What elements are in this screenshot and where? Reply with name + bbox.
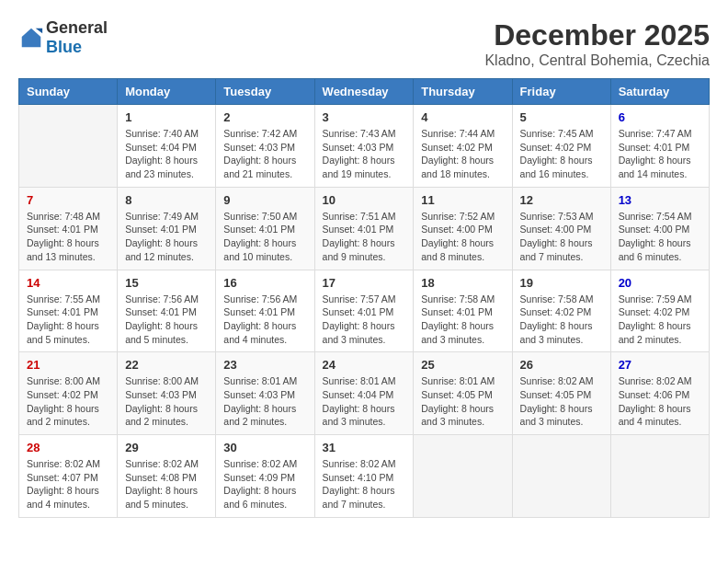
- calendar-cell: 11Sunrise: 7:52 AM Sunset: 4:00 PM Dayli…: [414, 187, 512, 270]
- day-info: Sunrise: 7:43 AM Sunset: 4:03 PM Dayligh…: [323, 127, 406, 181]
- day-number: 4: [421, 110, 504, 124]
- day-info: Sunrise: 7:52 AM Sunset: 4:00 PM Dayligh…: [421, 210, 504, 264]
- calendar-cell: 18Sunrise: 7:58 AM Sunset: 4:01 PM Dayli…: [414, 270, 512, 352]
- calendar-cell: 7Sunrise: 7:48 AM Sunset: 4:01 PM Daylig…: [19, 187, 118, 270]
- day-number: 16: [223, 276, 306, 290]
- calendar-cell: 20Sunrise: 7:59 AM Sunset: 4:02 PM Dayli…: [610, 270, 709, 352]
- day-info: Sunrise: 8:00 AM Sunset: 4:02 PM Dayligh…: [27, 374, 109, 429]
- day-number: 22: [125, 358, 208, 372]
- calendar-cell: [512, 435, 610, 518]
- day-number: 6: [619, 110, 701, 124]
- day-info: Sunrise: 8:01 AM Sunset: 4:04 PM Dayligh…: [323, 374, 406, 429]
- calendar-table: SundayMondayTuesdayWednesdayThursdayFrid…: [18, 78, 710, 518]
- calendar-week-4: 21Sunrise: 8:00 AM Sunset: 4:02 PM Dayli…: [19, 352, 710, 435]
- calendar-cell: 26Sunrise: 8:02 AM Sunset: 4:05 PM Dayli…: [512, 352, 610, 435]
- day-info: Sunrise: 8:00 AM Sunset: 4:03 PM Dayligh…: [125, 374, 208, 429]
- calendar-subtitle: Kladno, Central Bohemia, Czechia: [484, 52, 710, 69]
- calendar-week-1: 1Sunrise: 7:40 AM Sunset: 4:04 PM Daylig…: [19, 105, 710, 188]
- day-info: Sunrise: 7:54 AM Sunset: 4:00 PM Dayligh…: [619, 210, 701, 264]
- calendar-cell: 8Sunrise: 7:49 AM Sunset: 4:01 PM Daylig…: [118, 187, 216, 270]
- day-number: 25: [421, 358, 504, 372]
- day-info: Sunrise: 8:02 AM Sunset: 4:08 PM Dayligh…: [125, 457, 208, 511]
- calendar-cell: 6Sunrise: 7:47 AM Sunset: 4:01 PM Daylig…: [610, 105, 709, 188]
- calendar-cell: 21Sunrise: 8:00 AM Sunset: 4:02 PM Dayli…: [19, 352, 118, 435]
- day-number: 2: [223, 110, 306, 124]
- day-info: Sunrise: 7:57 AM Sunset: 4:01 PM Dayligh…: [323, 293, 406, 347]
- calendar-cell: [19, 105, 118, 188]
- day-info: Sunrise: 8:02 AM Sunset: 4:09 PM Dayligh…: [223, 457, 306, 511]
- calendar-cell: 5Sunrise: 7:45 AM Sunset: 4:02 PM Daylig…: [512, 105, 610, 188]
- calendar-cell: 16Sunrise: 7:56 AM Sunset: 4:01 PM Dayli…: [216, 270, 314, 352]
- day-info: Sunrise: 7:44 AM Sunset: 4:02 PM Dayligh…: [421, 127, 504, 181]
- day-number: 26: [520, 358, 603, 372]
- day-number: 15: [125, 276, 208, 290]
- calendar-week-5: 28Sunrise: 8:02 AM Sunset: 4:07 PM Dayli…: [19, 435, 710, 518]
- day-number: 9: [223, 193, 306, 207]
- calendar-cell: 10Sunrise: 7:51 AM Sunset: 4:01 PM Dayli…: [314, 187, 414, 270]
- title-block: December 2025 Kladno, Central Bohemia, C…: [484, 18, 710, 69]
- day-info: Sunrise: 7:42 AM Sunset: 4:03 PM Dayligh…: [223, 127, 306, 181]
- day-info: Sunrise: 7:49 AM Sunset: 4:01 PM Dayligh…: [125, 210, 208, 264]
- logo-blue-text: Blue: [46, 38, 82, 56]
- calendar-cell: 2Sunrise: 7:42 AM Sunset: 4:03 PM Daylig…: [216, 105, 314, 188]
- day-number: 28: [27, 441, 109, 454]
- day-info: Sunrise: 8:02 AM Sunset: 4:06 PM Dayligh…: [619, 374, 701, 429]
- day-number: 19: [520, 276, 603, 290]
- day-number: 7: [27, 193, 109, 207]
- day-number: 17: [323, 276, 406, 290]
- day-number: 3: [323, 110, 406, 124]
- day-number: 20: [619, 276, 701, 290]
- calendar-week-3: 14Sunrise: 7:55 AM Sunset: 4:01 PM Dayli…: [19, 270, 710, 352]
- day-number: 11: [421, 193, 504, 207]
- calendar-cell: [610, 435, 709, 518]
- calendar-cell: 14Sunrise: 7:55 AM Sunset: 4:01 PM Dayli…: [19, 270, 118, 352]
- calendar-cell: 4Sunrise: 7:44 AM Sunset: 4:02 PM Daylig…: [414, 105, 512, 188]
- page-header: General Blue December 2025 Kladno, Centr…: [18, 18, 710, 69]
- day-info: Sunrise: 8:01 AM Sunset: 4:05 PM Dayligh…: [421, 374, 504, 429]
- calendar-week-2: 7Sunrise: 7:48 AM Sunset: 4:01 PM Daylig…: [19, 187, 710, 270]
- day-info: Sunrise: 7:58 AM Sunset: 4:01 PM Dayligh…: [421, 293, 504, 347]
- day-header-saturday: Saturday: [610, 79, 709, 105]
- day-header-tuesday: Tuesday: [216, 79, 314, 105]
- day-info: Sunrise: 7:58 AM Sunset: 4:02 PM Dayligh…: [520, 293, 603, 347]
- calendar-cell: 3Sunrise: 7:43 AM Sunset: 4:03 PM Daylig…: [314, 105, 414, 188]
- day-number: 18: [421, 276, 504, 290]
- calendar-cell: 30Sunrise: 8:02 AM Sunset: 4:09 PM Dayli…: [216, 435, 314, 518]
- calendar-cell: 9Sunrise: 7:50 AM Sunset: 4:01 PM Daylig…: [216, 187, 314, 270]
- calendar-cell: 19Sunrise: 7:58 AM Sunset: 4:02 PM Dayli…: [512, 270, 610, 352]
- calendar-title: December 2025: [484, 18, 710, 52]
- day-header-thursday: Thursday: [414, 79, 512, 105]
- day-number: 8: [125, 193, 208, 207]
- day-info: Sunrise: 7:51 AM Sunset: 4:01 PM Dayligh…: [323, 210, 406, 264]
- day-header-monday: Monday: [118, 79, 216, 105]
- calendar-header-row: SundayMondayTuesdayWednesdayThursdayFrid…: [19, 79, 710, 105]
- calendar-cell: 29Sunrise: 8:02 AM Sunset: 4:08 PM Dayli…: [118, 435, 216, 518]
- logo: General Blue: [18, 18, 108, 57]
- day-info: Sunrise: 7:48 AM Sunset: 4:01 PM Dayligh…: [27, 210, 109, 264]
- day-info: Sunrise: 7:40 AM Sunset: 4:04 PM Dayligh…: [125, 127, 208, 181]
- day-number: 30: [223, 441, 306, 454]
- day-info: Sunrise: 7:50 AM Sunset: 4:01 PM Dayligh…: [223, 210, 306, 264]
- calendar-body: 1Sunrise: 7:40 AM Sunset: 4:04 PM Daylig…: [19, 105, 710, 518]
- day-number: 29: [125, 441, 208, 454]
- calendar-cell: 17Sunrise: 7:57 AM Sunset: 4:01 PM Dayli…: [314, 270, 414, 352]
- day-info: Sunrise: 7:55 AM Sunset: 4:01 PM Dayligh…: [27, 293, 109, 347]
- day-number: 31: [323, 441, 406, 454]
- calendar-cell: 25Sunrise: 8:01 AM Sunset: 4:05 PM Dayli…: [414, 352, 512, 435]
- calendar-cell: 24Sunrise: 8:01 AM Sunset: 4:04 PM Dayli…: [314, 352, 414, 435]
- day-info: Sunrise: 7:59 AM Sunset: 4:02 PM Dayligh…: [619, 293, 701, 347]
- calendar-cell: 13Sunrise: 7:54 AM Sunset: 4:00 PM Dayli…: [610, 187, 709, 270]
- day-info: Sunrise: 7:56 AM Sunset: 4:01 PM Dayligh…: [125, 293, 208, 347]
- day-number: 5: [520, 110, 603, 124]
- day-number: 12: [520, 193, 603, 207]
- calendar-cell: 27Sunrise: 8:02 AM Sunset: 4:06 PM Dayli…: [610, 352, 709, 435]
- calendar-cell: 28Sunrise: 8:02 AM Sunset: 4:07 PM Dayli…: [19, 435, 118, 518]
- day-number: 13: [619, 193, 701, 207]
- day-info: Sunrise: 8:02 AM Sunset: 4:10 PM Dayligh…: [323, 457, 406, 511]
- day-info: Sunrise: 7:53 AM Sunset: 4:00 PM Dayligh…: [520, 210, 603, 264]
- calendar-cell: 23Sunrise: 8:01 AM Sunset: 4:03 PM Dayli…: [216, 352, 314, 435]
- day-header-wednesday: Wednesday: [314, 79, 414, 105]
- calendar-cell: 31Sunrise: 8:02 AM Sunset: 4:10 PM Dayli…: [314, 435, 414, 518]
- day-number: 21: [27, 358, 109, 372]
- day-number: 10: [323, 193, 406, 207]
